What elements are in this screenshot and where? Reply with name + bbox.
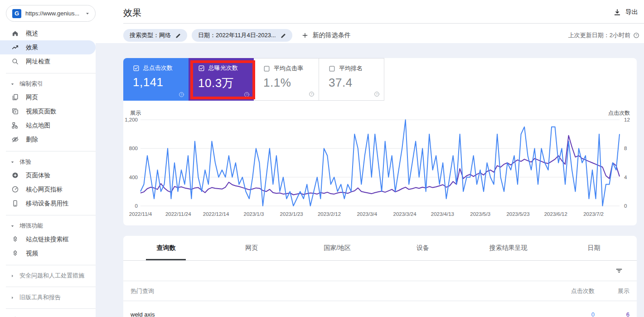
checkbox-checked-icon[interactable] (133, 65, 140, 72)
sidebar-item-7[interactable]: 站点地图 (0, 118, 96, 132)
svg-text:2023/3/24: 2023/3/24 (393, 211, 417, 217)
performance-card: 总点击次数1,141?总曝光次数10.3万?平均点击率1.1%?平均排名37.4… (123, 58, 637, 225)
metric-card-3[interactable]: 平均排名37.4? (319, 58, 384, 101)
sidebar-item-label: 视频页面数 (26, 107, 57, 116)
checkbox-checked-icon[interactable] (198, 65, 205, 72)
sidebar-item-17[interactable]: 视频 (0, 246, 96, 260)
svg-text:800: 800 (129, 146, 138, 151)
videopage-icon (11, 107, 19, 115)
sidebar-item-8[interactable]: 删除 (0, 132, 96, 146)
filter-bar: 搜索类型：网络日期：2022年11月4日-2023... 新的筛选条件 (123, 29, 351, 42)
export-label: 导出 (625, 8, 638, 16)
sidebar-section-4[interactable]: 编制索引 (0, 78, 96, 90)
sidebar-item-0[interactable]: 概述 (0, 26, 96, 40)
sidebar-section-15[interactable]: 增强功能 (0, 219, 96, 232)
chip-label: 日期：2022年11月4日-2023... (198, 31, 276, 39)
chevron-down-icon (84, 10, 91, 17)
svg-text:2023/2/12: 2023/2/12 (318, 211, 341, 217)
sidebar-item-5[interactable]: 网页 (0, 90, 96, 104)
help-icon[interactable]: ? (244, 92, 250, 98)
clicks-cell: 0 (591, 311, 595, 317)
sidebar-item-13[interactable]: 移动设备易用性 (0, 196, 96, 210)
sidebar-item-label: 网页 (26, 93, 38, 102)
tab-2[interactable]: 国家/地区 (295, 236, 380, 260)
chevron-down-icon (10, 81, 15, 87)
metric-value: 1.1% (263, 76, 319, 90)
header-divider (123, 23, 644, 24)
sidebar-item-1[interactable]: 效果 (0, 40, 96, 54)
sidebar-item-11[interactable]: 页面体验 (0, 168, 96, 182)
metric-row: 总点击次数1,141?总曝光次数10.3万?平均点击率1.1%?平均排名37.4… (123, 58, 637, 101)
table-header: 热门查询 点击次数 展示 (123, 281, 637, 301)
chevron-down-icon (10, 223, 15, 229)
tab-5[interactable]: 日期 (551, 236, 637, 260)
help-icon[interactable]: ? (374, 91, 380, 97)
svg-text:0: 0 (624, 203, 627, 209)
site-favicon: G (12, 9, 21, 18)
svg-text:?: ? (376, 93, 378, 96)
property-selector[interactable]: G https://www.genius... (6, 5, 96, 22)
sidebar-section-10[interactable]: 体验 (0, 156, 96, 168)
trend-icon (11, 44, 19, 51)
checkbox-empty-icon[interactable] (329, 65, 335, 72)
svg-text:点击次数: 点击次数 (608, 110, 630, 116)
sidebar-item-16[interactable]: 站点链接搜索框 (0, 232, 96, 246)
sidebar-item-12[interactable]: 核心网页指标 (0, 182, 96, 196)
sitemap-icon (11, 122, 19, 129)
column-clicks[interactable]: 点击次数 (571, 287, 595, 295)
last-updated-text: 上次更新日期：2小时前 (568, 31, 630, 39)
sidebar-item-6[interactable]: 视频页面数 (0, 104, 96, 118)
metric-label: 平均点击率 (274, 64, 303, 73)
enhance-icon (11, 249, 19, 257)
edit-pencil-icon[interactable] (175, 32, 182, 39)
tab-0[interactable]: 查询数 (123, 236, 209, 260)
column-impressions[interactable]: 展示 (618, 287, 629, 295)
export-button[interactable]: 导出 (613, 8, 638, 16)
metric-label: 总点击次数 (143, 64, 173, 72)
tab-4[interactable]: 搜索结果呈现 (465, 236, 551, 260)
sidebar-divider (0, 68, 96, 78)
sidebar-item-label: 效果 (26, 44, 38, 52)
metric-card-1[interactable]: 总曝光次数10.3万? (189, 58, 254, 101)
sidebar-item-2[interactable]: 网址检查 (0, 54, 96, 68)
sidebar-section-21[interactable]: 旧版工具和报告 (0, 291, 96, 304)
sidebar-item-label: 移动设备易用性 (26, 200, 69, 208)
svg-text:2023/6/12: 2023/6/12 (544, 211, 567, 217)
table-row[interactable]: weld axis 0 6 (123, 301, 637, 317)
svg-text:展示: 展示 (130, 110, 141, 116)
svg-text:2023/7/2: 2023/7/2 (583, 211, 604, 217)
filter-chip-0[interactable]: 搜索类型：网络 (123, 29, 187, 42)
checkbox-empty-icon[interactable] (263, 65, 270, 72)
help-icon[interactable]: ? (633, 32, 639, 39)
svg-text:2023/1/23: 2023/1/23 (280, 211, 303, 217)
svg-text:?: ? (311, 93, 313, 96)
performance-chart[interactable]: 1,200128008400400展示点击次数2022/11/42022/11/… (123, 109, 637, 222)
metric-card-2[interactable]: 平均点击率1.1%? (254, 58, 319, 101)
sidebar-divider (0, 304, 96, 313)
filter-list-icon[interactable] (615, 267, 623, 275)
svg-text:2023/5/3: 2023/5/3 (470, 211, 490, 217)
sidebar-item-label: 站点链接搜索框 (26, 235, 69, 244)
column-query: 热门查询 (131, 287, 154, 295)
metric-card-0[interactable]: 总点击次数1,141? (123, 58, 189, 101)
metric-label: 总曝光次数 (208, 64, 238, 72)
sidebar-section-19[interactable]: 安全问题和人工处置措施 (0, 269, 96, 282)
new-filter-button[interactable]: 新的筛选条件 (301, 31, 351, 39)
svg-text:8: 8 (624, 146, 627, 151)
plus-icon (301, 32, 309, 39)
help-icon[interactable]: ? (309, 91, 315, 97)
svg-text:400: 400 (129, 175, 138, 180)
chevron-right-icon (10, 295, 15, 301)
tab-1[interactable]: 网页 (209, 236, 295, 260)
help-icon[interactable]: ? (179, 92, 184, 98)
filter-chip-1[interactable]: 日期：2022年11月4日-2023... (192, 29, 292, 42)
tab-3[interactable]: 设备 (380, 236, 465, 260)
sidebar: G https://www.genius... 概述效果网址检查编制索引网页视频… (0, 0, 96, 317)
svg-text:?: ? (635, 33, 637, 37)
svg-text:0: 0 (135, 203, 138, 209)
svg-text:2023/5/23: 2023/5/23 (506, 211, 529, 217)
sidebar-item-label: 网址检查 (26, 58, 50, 66)
svg-text:2023/3/4: 2023/3/4 (357, 211, 377, 217)
edit-pencil-icon[interactable] (280, 32, 287, 39)
sidebar-item-23[interactable]: 链接数量 (0, 313, 96, 317)
